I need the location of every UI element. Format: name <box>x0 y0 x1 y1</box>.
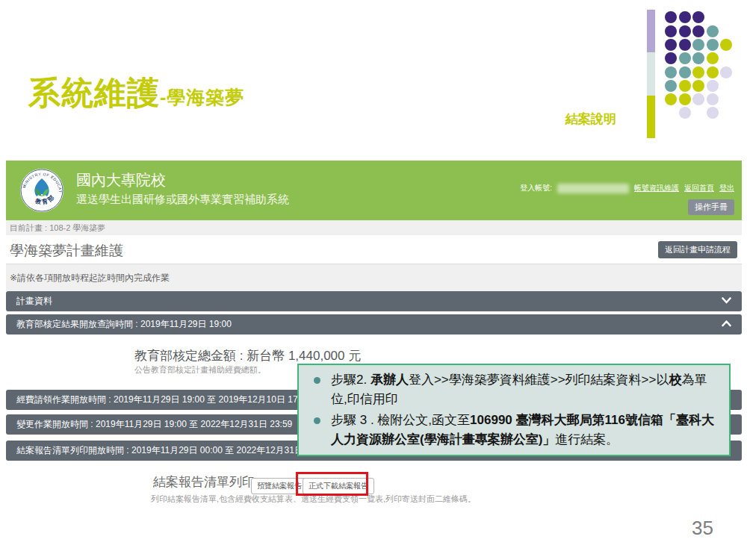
breadcrumb: 目前計畫 : 108-2 學海築夢 <box>6 220 742 235</box>
decorative-dot <box>692 66 704 78</box>
link-home[interactable]: 返回首頁 <box>684 183 714 193</box>
slide-title-sub: -學海築夢 <box>160 85 244 110</box>
chevron-down-icon <box>722 297 731 304</box>
accent-bar-segment <box>647 10 655 52</box>
decorative-dot <box>679 39 691 51</box>
schedule-note: ※請依各項開放時程起訖時間內完成作業 <box>6 264 742 291</box>
decorative-dot <box>720 39 732 51</box>
preview-report-button[interactable]: 預覽結案報告 <box>251 478 308 494</box>
download-report-button[interactable]: 正式下載結案報告 <box>303 478 374 494</box>
manual-button[interactable]: 操作手冊 <box>688 199 734 215</box>
decorative-dot <box>720 66 732 78</box>
decorative-dot <box>679 52 691 64</box>
page-title: 學海築夢計畫維護 <box>10 241 123 261</box>
org-title: 國內大專院校 <box>76 170 166 190</box>
system-title: 選送學生出國研修或國外專業實習補助系統 <box>76 193 289 207</box>
decorative-dot <box>707 66 719 78</box>
accordion-approval-time[interactable]: 教育部核定結果開放查詢時間 : 2019年11月29日 19:00 <box>6 314 742 335</box>
accordion-plan-data[interactable]: 計畫資料 <box>6 291 742 311</box>
link-logout[interactable]: 登出 <box>719 183 734 193</box>
decorative-dot <box>665 11 677 23</box>
approved-amount-text: 教育部核定總金額 : 新台幣 1,440,000 元 <box>134 347 361 364</box>
decorative-dot <box>665 25 677 37</box>
slide-title: 系統維護-學海築夢 <box>28 72 244 115</box>
decorative-dot <box>665 66 677 78</box>
account-row: 登入帳號: 帳號資訊維護 返回首頁 登出 <box>520 183 734 193</box>
chevron-up-icon <box>722 320 731 327</box>
app-header: MINISTRY OF EDUCATION 教 育 部 國內大專院校 選送學生出… <box>6 161 742 220</box>
report-print-title: 結案報告清單列印 <box>153 473 255 491</box>
decorative-dot <box>679 11 691 23</box>
link-account-maintenance[interactable]: 帳號資訊維護 <box>634 183 679 193</box>
decorative-dot <box>692 80 704 92</box>
decorative-dot <box>707 52 719 64</box>
accordion-label: 教育部核定結果開放查詢時間 : 2019年11月29日 19:00 <box>16 319 232 329</box>
redacted-account-value <box>557 184 629 193</box>
accordion-label: 結案報告清單列印開放時間 : 2019年11月29日 00:00 至 2022年… <box>16 445 328 455</box>
accent-bar-segment <box>647 52 655 95</box>
decorative-dot <box>707 39 719 51</box>
decorative-dot <box>665 39 677 51</box>
slide-title-main: 系統維護 <box>28 72 160 115</box>
back-to-application-flow-button[interactable]: 返回計畫申請流程 <box>658 241 737 258</box>
decorative-dot <box>692 52 704 64</box>
page-title-row: 學海築夢計畫維護 返回計畫申請流程 <box>6 235 742 264</box>
decorative-dot <box>692 25 704 37</box>
page-number: 35 <box>692 517 713 540</box>
decorative-dot <box>692 11 704 23</box>
decorative-dot <box>692 39 704 51</box>
decorative-dot <box>707 25 719 37</box>
accordion-label: 經費請領作業開放時間 : 2019年11月29日 19:00 至 2019年12… <box>16 394 310 405</box>
accent-bar-segment <box>647 96 655 138</box>
decorative-dot <box>679 107 691 119</box>
login-account-label: 登入帳號: <box>520 183 552 193</box>
decorative-dot <box>707 107 719 119</box>
approved-amount-caption: 公告教育部核定計畫補助經費總額。 <box>134 364 266 376</box>
app-screenshot: MINISTRY OF EDUCATION 教 育 部 國內大專院校 選送學生出… <box>6 161 742 523</box>
bullet-icon <box>314 377 320 384</box>
report-print-caption: 列印結案報告清單,包含經費收支結算表、選送生經費支領一覽表,列印寄送封面二維條碼… <box>151 494 476 505</box>
decorative-dot <box>679 25 691 37</box>
moe-logo-icon: MINISTRY OF EDUCATION 教 育 部 <box>19 168 64 213</box>
annotation-bullet: 步驟 3 . 檢附公文,函文至106990 臺灣科大郵局第116號信箱「臺科大人… <box>309 411 722 449</box>
annotation-text: 步驟 3 . 檢附公文,函文至106990 臺灣科大郵局第116號信箱「臺科大人… <box>331 411 722 449</box>
annotation-callout: 步驟2. 承辦人登入>>學海築夢資料維護>>列印結案資料>>以校為單位,印信用印… <box>297 364 731 456</box>
dots-pattern <box>647 7 744 142</box>
decorative-dot <box>679 93 691 105</box>
slide: 系統維護-學海築夢 結案說明 MINISTRY OF EDUCATION 教 育… <box>0 0 747 560</box>
decorative-dot <box>707 80 719 92</box>
annotation-bullet: 步驟2. 承辦人登入>>學海築夢資料維護>>列印結案資料>>以校為單位,印信用印 <box>309 370 722 409</box>
decorative-dot <box>665 80 677 92</box>
annotation-text: 步驟2. 承辦人登入>>學海築夢資料維護>>列印結案資料>>以校為單位,印信用印 <box>331 370 722 409</box>
decorative-dot <box>692 93 704 105</box>
accordion-label: 變更作業開放時間 : 2019年11月29日 19:00 至 2022年12月3… <box>16 419 292 429</box>
decorative-dot <box>679 66 691 78</box>
bullet-icon <box>314 417 320 424</box>
decorative-dot <box>665 52 677 64</box>
decorative-dot <box>707 93 719 105</box>
accordion-label: 計畫資料 <box>16 296 52 306</box>
section-kicker: 結案說明 <box>565 111 616 128</box>
decorative-dot <box>679 80 691 92</box>
accent-bar <box>647 10 655 138</box>
decorative-dot <box>665 93 677 105</box>
